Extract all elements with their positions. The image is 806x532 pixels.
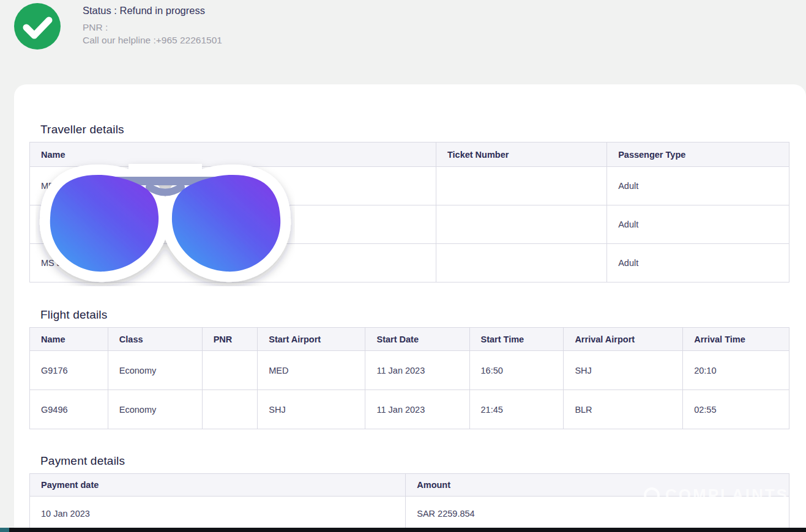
cell-ticket-number bbox=[436, 205, 606, 244]
column-header-pnr: PNR bbox=[202, 328, 258, 351]
cell-amount: SAR 2259.854 bbox=[406, 497, 789, 531]
column-header-ticket-number: Ticket Number bbox=[436, 142, 606, 167]
cell-traveller-name: M bbox=[30, 205, 436, 244]
traveller-row: MS J Adult bbox=[30, 244, 789, 283]
payment-details-title: Payment details bbox=[40, 454, 789, 468]
traveller-table: Name Ticket Number Passenger Type MR C A… bbox=[29, 142, 789, 283]
cell-passenger-type: Adult bbox=[607, 167, 789, 205]
traveller-details-section: Traveller details Name Ticket Number Pas… bbox=[29, 123, 789, 283]
column-header-arrival-airport: Arrival Airport bbox=[564, 328, 683, 351]
cell-arrival-time: 20:10 bbox=[683, 351, 789, 390]
flight-table: Name Class PNR Start Airport Start Date … bbox=[29, 327, 789, 429]
column-header-class: Class bbox=[108, 328, 202, 351]
column-header-flight-name: Name bbox=[30, 328, 108, 351]
flight-header-row: Name Class PNR Start Airport Start Date … bbox=[30, 328, 789, 351]
success-check-icon bbox=[14, 3, 61, 50]
cell-start-date: 11 Jan 2023 bbox=[365, 351, 469, 390]
flight-details-section: Flight details Name Class PNR Start Airp… bbox=[29, 308, 789, 429]
cell-flight-name: G9496 bbox=[30, 390, 108, 429]
payment-header-row: Payment date Amount bbox=[30, 474, 789, 497]
column-header-passenger-type: Passenger Type bbox=[607, 142, 789, 167]
traveller-row: MR C Adult bbox=[30, 167, 789, 205]
bottom-bar bbox=[0, 528, 806, 532]
payment-details-section: Payment details Payment date Amount 10 J… bbox=[29, 454, 789, 531]
column-header-name: Name bbox=[30, 142, 436, 167]
helpline-text: Call our helpline :+965 22261501 bbox=[83, 34, 222, 46]
cell-flight-name: G9176 bbox=[30, 351, 108, 390]
cell-ticket-number bbox=[436, 167, 606, 205]
cell-arrival-time: 02:55 bbox=[683, 390, 789, 429]
traveller-row: M Adult bbox=[30, 205, 789, 244]
cell-traveller-name: MS J bbox=[30, 244, 436, 283]
traveller-header-row: Name Ticket Number Passenger Type bbox=[30, 142, 789, 167]
cell-class: Economy bbox=[108, 351, 202, 390]
column-header-arrival-time: Arrival Time bbox=[683, 328, 789, 351]
payment-table: Payment date Amount 10 Jan 2023 SAR 2259… bbox=[29, 473, 789, 531]
cell-passenger-type: Adult bbox=[607, 205, 789, 244]
column-header-start-time: Start Time bbox=[469, 328, 564, 351]
cell-start-time: 21:45 bbox=[469, 390, 564, 429]
booking-details-card: Traveller details Name Ticket Number Pas… bbox=[14, 84, 806, 532]
cell-arrival-airport: BLR bbox=[564, 390, 683, 429]
cell-passenger-type: Adult bbox=[607, 244, 789, 283]
traveller-details-title: Traveller details bbox=[40, 123, 789, 136]
column-header-start-date: Start Date bbox=[365, 328, 469, 351]
refund-status-banner: Status : Refund in progress PNR : Call o… bbox=[0, 0, 806, 84]
cell-start-time: 16:50 bbox=[469, 351, 564, 390]
bottom-bar-accent bbox=[0, 528, 9, 532]
column-header-payment-date: Payment date bbox=[30, 474, 406, 497]
cell-arrival-airport: SHJ bbox=[564, 351, 683, 390]
pnr-label: PNR : bbox=[83, 21, 222, 34]
flight-row: G9496 Economy SHJ 11 Jan 2023 21:45 BLR … bbox=[30, 390, 789, 429]
cell-ticket-number bbox=[436, 244, 606, 283]
cell-pnr bbox=[202, 351, 258, 390]
column-header-amount: Amount bbox=[406, 474, 789, 497]
column-header-start-airport: Start Airport bbox=[258, 328, 365, 351]
flight-details-title: Flight details bbox=[40, 308, 789, 322]
cell-payment-date: 10 Jan 2023 bbox=[30, 497, 406, 531]
cell-traveller-name: MR C bbox=[30, 167, 436, 205]
cell-start-date: 11 Jan 2023 bbox=[365, 390, 469, 429]
status-text: Status : Refund in progress bbox=[83, 5, 222, 17]
cell-class: Economy bbox=[108, 390, 202, 429]
payment-row: 10 Jan 2023 SAR 2259.854 bbox=[30, 497, 789, 531]
cell-start-airport: SHJ bbox=[258, 390, 365, 429]
flight-row: G9176 Economy MED 11 Jan 2023 16:50 SHJ … bbox=[30, 351, 789, 390]
cell-pnr bbox=[202, 390, 258, 429]
cell-start-airport: MED bbox=[258, 351, 365, 390]
